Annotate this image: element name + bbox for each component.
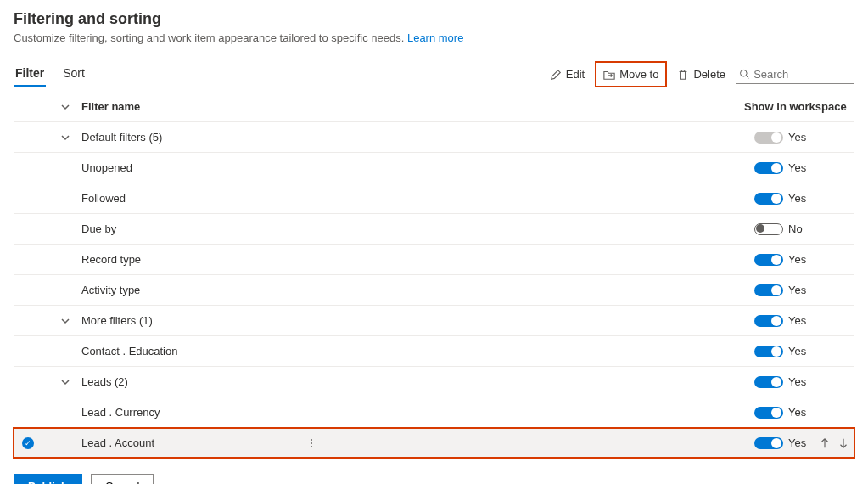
pencil-icon: [550, 69, 562, 81]
tabs-toolbar-row: Filter Sort Edit Move to Delete: [14, 61, 854, 88]
show-in-workspace-toggle[interactable]: [754, 315, 783, 327]
filter-name: Activity type: [81, 284, 754, 296]
toggle-label: Yes: [788, 375, 819, 388]
chevron-down-icon[interactable]: [49, 132, 81, 143]
table-row[interactable]: Lead . CurrencyYes: [14, 397, 854, 428]
page-header: Filtering and sorting Customize filterin…: [14, 10, 854, 44]
trash-icon: [677, 69, 689, 81]
svg-point-0: [741, 70, 748, 76]
show-in-workspace-toggle: [754, 132, 783, 144]
filter-name: Default filters (5): [81, 131, 754, 144]
more-options-icon[interactable]: [311, 439, 312, 447]
toggle-label: Yes: [788, 284, 819, 296]
table-row[interactable]: FollowedYes: [14, 183, 854, 214]
show-in-workspace-toggle[interactable]: [754, 346, 783, 357]
toggle-label: No: [788, 222, 819, 235]
toggle-label: Yes: [788, 161, 819, 174]
toggle-label: Yes: [788, 131, 819, 144]
table-row[interactable]: Contact . EducationYes: [14, 336, 854, 367]
column-filter-name[interactable]: Filter name: [81, 100, 744, 113]
table-row[interactable]: ✓Lead . AccountYes: [14, 428, 854, 459]
folder-move-icon: [603, 69, 615, 81]
page-title: Filtering and sorting: [14, 10, 854, 28]
checkmark-icon[interactable]: ✓: [22, 437, 34, 449]
search-icon: [739, 68, 749, 80]
search-input-wrapper[interactable]: [736, 65, 854, 84]
show-in-workspace-toggle[interactable]: [754, 162, 783, 174]
table-group-row[interactable]: Leads (2)Yes: [14, 367, 854, 397]
filter-name: Followed: [81, 192, 754, 205]
search-input[interactable]: [753, 68, 849, 81]
move-to-button[interactable]: Move to: [595, 61, 667, 87]
filter-name: More filters (1): [81, 314, 754, 327]
chevron-icon[interactable]: [49, 102, 81, 112]
table-row[interactable]: Due byNo: [14, 214, 854, 245]
show-in-workspace-toggle[interactable]: [754, 437, 783, 449]
toolbar: Edit Move to Delete: [543, 61, 854, 87]
tabs: Filter Sort: [14, 61, 87, 87]
tab-filter[interactable]: Filter: [14, 61, 46, 87]
show-in-workspace-toggle[interactable]: [754, 376, 783, 388]
toggle-label: Yes: [788, 253, 819, 266]
learn-more-link[interactable]: Learn more: [407, 31, 463, 44]
publish-button[interactable]: Publish: [14, 474, 82, 484]
filter-name: Record type: [81, 253, 754, 266]
toggle-label: Yes: [788, 345, 819, 357]
table-row[interactable]: Record typeYes: [14, 245, 854, 275]
page-subtitle: Customize filtering, sorting and work it…: [14, 31, 854, 44]
chevron-down-icon[interactable]: [49, 377, 81, 387]
arrow-down-icon: [837, 437, 849, 449]
filter-name: Due by: [81, 222, 754, 235]
delete-button[interactable]: Delete: [670, 63, 732, 86]
toggle-label: Yes: [788, 436, 819, 449]
arrow-up-icon: [819, 437, 831, 449]
filter-name: Lead . Currency: [81, 406, 754, 419]
table-row[interactable]: UnopenedYes: [14, 153, 854, 183]
footer-actions: Publish Cancel: [14, 474, 854, 484]
toggle-label: Yes: [788, 406, 819, 419]
show-in-workspace-toggle[interactable]: [754, 193, 783, 205]
filter-name: Lead . Account: [81, 436, 754, 449]
cancel-button[interactable]: Cancel: [91, 474, 154, 484]
table-group-row[interactable]: Default filters (5)Yes: [14, 122, 854, 153]
filter-name: Leads (2): [81, 375, 754, 388]
filter-name: Unopened: [81, 161, 754, 174]
show-in-workspace-toggle[interactable]: [754, 223, 783, 235]
table-header: Filter name Show in workspace: [14, 92, 854, 122]
toggle-label: Yes: [788, 192, 819, 205]
chevron-down-icon[interactable]: [49, 316, 81, 326]
column-show-in-workspace[interactable]: Show in workspace: [744, 100, 854, 113]
table-group-row[interactable]: More filters (1)Yes: [14, 306, 854, 336]
filter-table: Filter name Show in workspace Default fi…: [14, 92, 854, 459]
show-in-workspace-toggle[interactable]: [754, 407, 783, 419]
filter-name: Contact . Education: [81, 345, 754, 357]
edit-button[interactable]: Edit: [543, 63, 591, 86]
reorder-arrows[interactable]: [819, 437, 854, 449]
show-in-workspace-toggle[interactable]: [754, 284, 783, 296]
tab-sort[interactable]: Sort: [61, 61, 87, 87]
show-in-workspace-toggle[interactable]: [754, 254, 783, 266]
table-row[interactable]: Activity typeYes: [14, 275, 854, 306]
toggle-label: Yes: [788, 314, 819, 327]
